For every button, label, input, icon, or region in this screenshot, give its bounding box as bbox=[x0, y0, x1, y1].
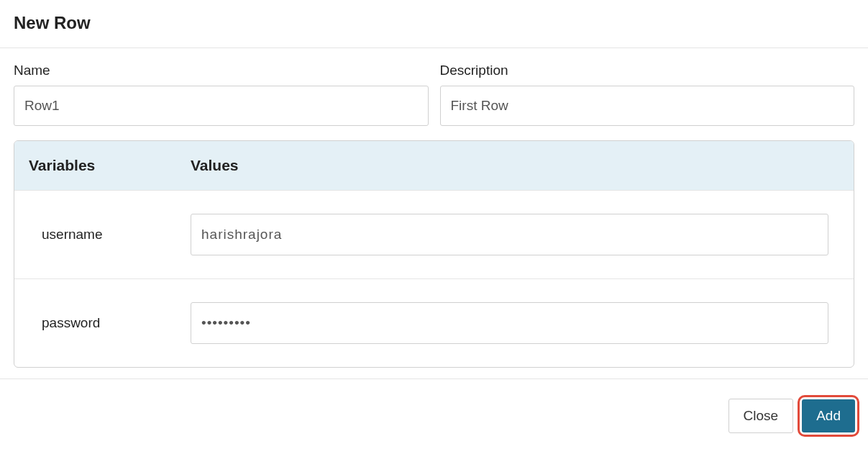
variable-value-cell bbox=[191, 302, 839, 344]
variable-name: username bbox=[29, 227, 191, 242]
password-input[interactable] bbox=[191, 302, 828, 344]
modal-title: New Row bbox=[14, 13, 854, 33]
table-row: username bbox=[14, 190, 854, 278]
modal-header: New Row bbox=[0, 0, 868, 47]
username-input[interactable] bbox=[191, 214, 828, 255]
name-field-group: Name bbox=[14, 63, 429, 126]
variable-name: password bbox=[29, 315, 191, 331]
modal-content: Name Description Variables Values userna… bbox=[0, 48, 868, 378]
field-row: Name Description bbox=[14, 63, 854, 126]
table-row: password bbox=[14, 278, 854, 367]
column-header-variables: Variables bbox=[29, 157, 191, 174]
name-label: Name bbox=[14, 63, 429, 78]
description-input[interactable] bbox=[440, 86, 855, 126]
add-button[interactable]: Add bbox=[802, 399, 855, 432]
name-input[interactable] bbox=[14, 86, 429, 126]
table-header: Variables Values bbox=[14, 141, 854, 190]
description-field-group: Description bbox=[440, 63, 855, 126]
add-button-highlight: Add bbox=[798, 395, 859, 437]
variable-value-cell bbox=[191, 214, 839, 255]
column-header-values: Values bbox=[191, 157, 239, 174]
close-button[interactable]: Close bbox=[728, 399, 794, 433]
modal-footer: Close Add bbox=[0, 379, 868, 437]
variables-table: Variables Values username password bbox=[14, 140, 854, 368]
description-label: Description bbox=[440, 63, 855, 78]
